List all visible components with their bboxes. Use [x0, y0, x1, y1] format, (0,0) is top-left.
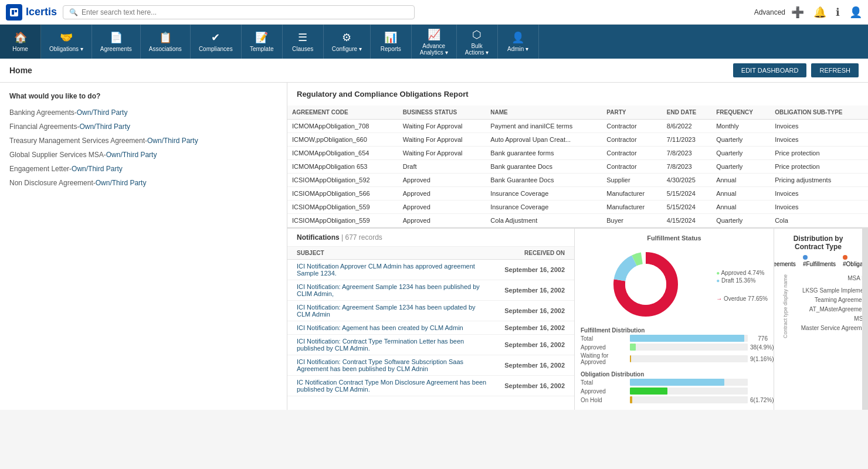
report-section: Regulatory and Compliance Obligations Re… — [287, 83, 868, 228]
fulfillment-chart: Fulfillment Status — [575, 229, 774, 410]
notification-text[interactable]: ICI Notification: Agement has been creat… — [297, 324, 489, 331]
fulfillment-status-title: Fulfillment Status — [581, 235, 768, 242]
report-table: AGREEMENT CODE BUSINESS STATUS NAME PART… — [287, 106, 868, 227]
advanced-button[interactable]: Advanced — [754, 8, 785, 16]
cell-agreement-code: ICSIOMAppObligation_592 — [287, 174, 398, 187]
subject-col-header: SUBJECT — [297, 250, 489, 256]
notification-text[interactable]: ICI Notification: Contract Type Software… — [297, 358, 489, 372]
svg-rect-2 — [15, 10, 17, 12]
notification-date: September 16, 2002 — [489, 307, 565, 314]
cell-party: Contractor — [602, 147, 662, 160]
table-row[interactable]: ICSIOMAppObligation_566 Approved Insuran… — [287, 187, 868, 200]
distribution-chart: Distribution by Contract Type #Agreement… — [774, 229, 862, 410]
list-item[interactable]: ICI Notification Approver CLM Admin has … — [287, 260, 574, 280]
scrollbar[interactable] — [862, 229, 868, 410]
add-icon[interactable]: ➕ — [791, 6, 804, 19]
financial-agreements-link[interactable]: Own/Third Party — [79, 123, 130, 131]
cell-obligation-sub-type: Price protection — [770, 160, 868, 174]
edit-dashboard-button[interactable]: EDIT DASHBOARD — [733, 63, 807, 77]
fulfillment-dist-title: Fulfillment Distribution — [581, 327, 768, 334]
cell-agreement-code: ICMOW,ppObligation_660 — [287, 133, 398, 147]
nav-item-template[interactable]: 📝 Template — [242, 25, 283, 59]
cell-obligation-sub-type: Invoices — [770, 133, 868, 147]
table-row[interactable]: ICSIOMAppObligation_559 Approved Insuran… — [287, 200, 868, 214]
notification-date: September 16, 2002 — [489, 362, 565, 369]
dist-bar-msa: MSA 20 — [791, 315, 862, 322]
info-icon[interactable]: ℹ — [836, 6, 840, 19]
nav-item-admin[interactable]: 👤 Admin ▾ — [498, 25, 539, 59]
obligation-distribution: Obligation Distribution Total Approved — [581, 371, 768, 403]
dist-bar-teaming: Teaming Agreement 26 — [791, 297, 862, 303]
search-input[interactable] — [82, 8, 408, 16]
list-item[interactable]: ICI Notification: Agreement Sample 1234 … — [287, 280, 574, 301]
obligation-onhold-bar: On Hold 6(1.72%) — [581, 396, 768, 403]
search-icon: 🔍 — [69, 8, 78, 16]
notification-text[interactable]: ICI Notification: Contract Type Terminat… — [297, 338, 489, 352]
table-row[interactable]: ICMOMAppObligation_654 Waiting For Appro… — [287, 147, 868, 160]
svg-rect-1 — [12, 10, 14, 15]
banking-agreements-link[interactable]: Own/Third Party — [77, 108, 128, 117]
nav-item-compliances[interactable]: ✔ Compliances — [191, 25, 242, 59]
treasury-link[interactable]: Own/Third Party — [147, 137, 198, 145]
table-row[interactable]: ICMOMAppObligation_708 Waiting For Appro… — [287, 120, 868, 133]
cell-obligation-sub-type: Invoices — [770, 200, 868, 214]
list-item[interactable]: ICI Notification: Contract Type Software… — [287, 355, 574, 376]
search-bar[interactable]: 🔍 — [63, 5, 415, 19]
cell-end-date: 7/8/2023 — [662, 160, 711, 174]
cell-party: Buyer — [602, 214, 662, 227]
global-supplier-link[interactable]: Own/Third Party — [106, 151, 157, 159]
notification-text[interactable]: ICI Notification: Agreement Sample 1234 … — [297, 304, 489, 318]
refresh-button[interactable]: REFRESH — [811, 63, 859, 77]
agreements-nav-icon: 📄 — [110, 31, 123, 44]
notification-text[interactable]: ICI Notification: Agreement Sample 1234 … — [297, 283, 489, 297]
engagement-letter-link[interactable]: Own/Third Party — [72, 165, 123, 173]
logo[interactable]: Icertis — [6, 4, 57, 21]
nda-link[interactable]: Own/Third Party — [96, 179, 147, 187]
list-item: Non Disclosure Agreement-Own/Third Party — [9, 179, 277, 187]
bell-icon[interactable]: 🔔 — [813, 6, 826, 19]
nav-item-home[interactable]: 🏠 Home — [0, 25, 41, 59]
cell-agreement-code: ICMOMAppObligation 653 — [287, 160, 398, 174]
nav-item-associations[interactable]: 📋 Associations — [141, 25, 191, 59]
list-item[interactable]: ICI Notification: Agement has been creat… — [287, 321, 574, 335]
distribution-legend: #Agreements #Fulfillments #Obligations — [780, 254, 856, 267]
table-row[interactable]: ICMOW,ppObligation_660 Waiting For Appro… — [287, 133, 868, 147]
notification-date: September 16, 2002 — [489, 382, 565, 389]
report-title: Regulatory and Compliance Obligations Re… — [287, 83, 868, 106]
notifications-header: Notifications | 677 records — [287, 229, 574, 247]
list-item[interactable]: IC Notification Contract Type Mon Disclo… — [287, 376, 574, 396]
header-buttons: EDIT DASHBOARD REFRESH — [733, 63, 859, 77]
nav-item-bulk-actions[interactable]: ⬡ BulkActions ▾ — [457, 25, 498, 59]
notification-text[interactable]: ICI Notification Approver CLM Admin has … — [297, 263, 489, 277]
bulk-actions-nav-icon: ⬡ — [472, 28, 482, 41]
list-item[interactable]: ICI Notification: Agreement Sample 1234 … — [287, 301, 574, 321]
notification-text[interactable]: IC Notification Contract Type Mon Disclo… — [297, 379, 489, 393]
cell-name: Insurance Coverage — [486, 187, 602, 200]
nav-item-analytics[interactable]: 📈 AdvanceAnalytics ▾ — [412, 25, 457, 59]
cell-party: Contractor — [602, 120, 662, 133]
cell-party: Supplier — [602, 174, 662, 187]
cell-agreement-code: ICMOMAppObligation_708 — [287, 120, 398, 133]
analytics-nav-icon: 📈 — [428, 28, 440, 41]
table-row[interactable]: ICSIOMAppObligation_559 Approved Cola Ad… — [287, 214, 868, 227]
user-icon[interactable]: 👤 — [849, 6, 862, 19]
table-row[interactable]: ICSIOMAppObligation_592 Approved Bank Gu… — [287, 174, 868, 187]
list-item[interactable]: ICI Notification: Contract Type Terminat… — [287, 335, 574, 355]
nav-item-obligations[interactable]: 🤝 Obligations ▾ — [41, 25, 92, 59]
left-panel: What would you like to do? Banking Agree… — [0, 83, 287, 410]
col-business-status: BUSINESS STATUS — [398, 106, 486, 120]
admin-nav-icon: 👤 — [511, 31, 524, 44]
list-item: Engagement Letter-Own/Third Party — [9, 165, 277, 173]
bottom-section: Notifications | 677 records SUBJECT RECE… — [287, 228, 868, 410]
nav-item-configure[interactable]: ⚙ Configure ▾ — [324, 25, 371, 59]
nav-item-clauses[interactable]: ☰ Clauses — [283, 25, 324, 59]
table-row[interactable]: ICMOMAppObligation 653 Draft Bank guaran… — [287, 160, 868, 174]
cell-name: Auto Approval Upan Creat... — [486, 133, 602, 147]
col-party: PARTY — [602, 106, 662, 120]
nav-item-agreements[interactable]: 📄 Agreements — [92, 25, 141, 59]
list-item: Banking Agreements-Own/Third Party — [9, 108, 277, 117]
nav-item-reports[interactable]: 📊 Reports — [371, 25, 412, 59]
cell-obligation-sub-type: Pricing adjustments — [770, 174, 868, 187]
cell-obligation-sub-type: Invoices — [770, 120, 868, 133]
cell-end-date: 4/15/2024 — [662, 214, 711, 227]
